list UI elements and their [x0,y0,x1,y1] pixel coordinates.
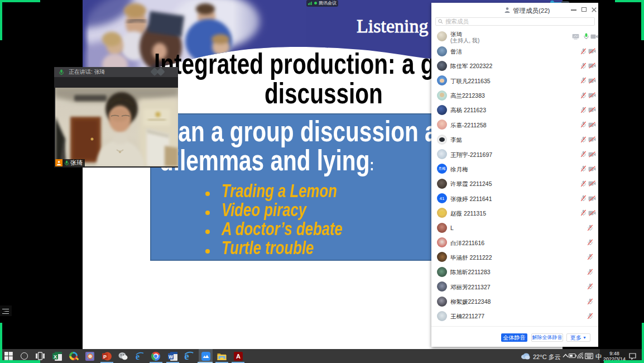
svg-text:W: W [169,354,174,359]
svg-text:A: A [236,353,241,360]
svg-text:Listening: Listening [357,16,428,36]
svg-text:X: X [54,354,57,359]
svg-text:P: P [103,354,107,359]
